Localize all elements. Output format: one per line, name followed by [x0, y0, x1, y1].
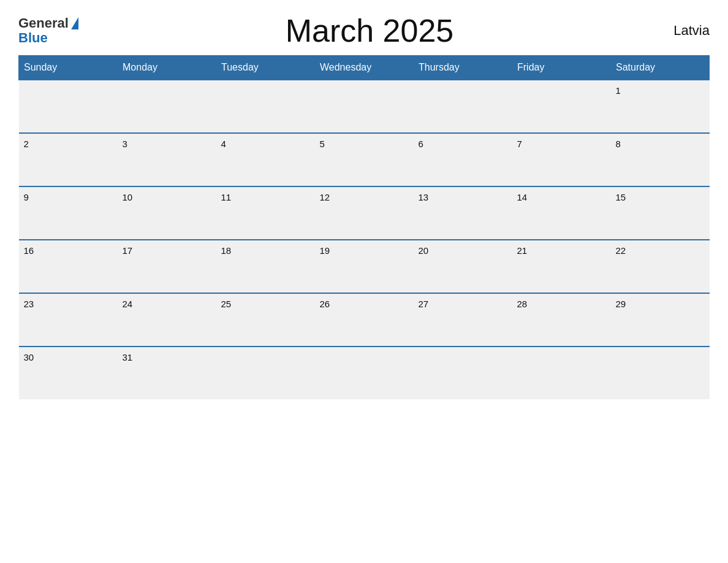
calendar-day-empty [118, 80, 216, 133]
calendar-week-row: 9101112131415 [19, 186, 710, 240]
day-number: 15 [616, 192, 626, 202]
day-number: 13 [419, 192, 429, 202]
calendar-day-15: 15 [611, 186, 710, 240]
calendar-day-18: 18 [216, 240, 315, 293]
day-number: 20 [419, 245, 429, 256]
country-label: Latvia [661, 23, 710, 39]
calendar-week-row: 16171819202122 [19, 240, 710, 293]
calendar-title: March 2025 [78, 12, 661, 49]
calendar-day-25: 25 [216, 293, 315, 347]
calendar-day-3: 3 [118, 133, 216, 186]
calendar-day-7: 7 [512, 133, 611, 186]
calendar-day-empty [216, 347, 315, 399]
logo: General Blue [18, 16, 78, 45]
day-number: 11 [221, 192, 232, 202]
weekday-header-monday: Monday [118, 56, 216, 80]
weekday-header-thursday: Thursday [414, 56, 512, 80]
day-number: 16 [24, 245, 34, 256]
calendar-day-empty [512, 347, 611, 399]
calendar-day-5: 5 [315, 133, 414, 186]
calendar-day-24: 24 [118, 293, 216, 347]
day-number: 17 [123, 245, 133, 256]
calendar-day-empty [611, 347, 710, 399]
calendar-header: SundayMondayTuesdayWednesdayThursdayFrid… [19, 56, 710, 80]
calendar-day-2: 2 [19, 133, 118, 186]
day-number: 27 [419, 299, 429, 309]
day-number: 7 [517, 139, 522, 149]
day-number: 30 [24, 352, 34, 362]
day-number: 29 [616, 299, 626, 309]
day-number: 18 [221, 245, 232, 256]
day-number: 6 [419, 139, 423, 149]
day-number: 4 [221, 139, 226, 149]
calendar-day-28: 28 [512, 293, 611, 347]
day-number: 31 [123, 352, 133, 362]
day-number: 10 [123, 192, 133, 202]
calendar-week-row: 23242526272829 [19, 293, 710, 347]
logo-general-text: General [18, 16, 69, 31]
logo-triangle-icon [71, 17, 78, 29]
day-number: 14 [517, 192, 528, 202]
weekday-header-sunday: Sunday [19, 56, 118, 80]
calendar-day-14: 14 [512, 186, 611, 240]
calendar-week-row: 1 [19, 80, 710, 133]
day-number: 5 [320, 139, 325, 149]
calendar-day-23: 23 [19, 293, 118, 347]
day-number: 24 [123, 299, 133, 309]
calendar-day-empty [414, 347, 512, 399]
calendar-day-1: 1 [611, 80, 710, 133]
calendar-week-row: 3031 [19, 347, 710, 399]
day-number: 28 [517, 299, 528, 309]
calendar-day-empty [19, 80, 118, 133]
calendar-day-19: 19 [315, 240, 414, 293]
day-number: 25 [221, 299, 232, 309]
logo-blue-text: Blue [18, 31, 48, 45]
calendar-day-8: 8 [611, 133, 710, 186]
weekday-header-saturday: Saturday [611, 56, 710, 80]
calendar-day-empty [315, 80, 414, 133]
weekday-header-row: SundayMondayTuesdayWednesdayThursdayFrid… [19, 56, 710, 80]
day-number: 23 [24, 299, 34, 309]
day-number: 1 [616, 85, 621, 96]
day-number: 21 [517, 245, 528, 256]
calendar-body: 1234567891011121314151617181920212223242… [19, 80, 710, 399]
weekday-header-tuesday: Tuesday [216, 56, 315, 80]
calendar-day-17: 17 [118, 240, 216, 293]
day-number: 26 [320, 299, 330, 309]
weekday-header-wednesday: Wednesday [315, 56, 414, 80]
calendar-day-13: 13 [414, 186, 512, 240]
day-number: 9 [24, 192, 29, 202]
calendar-day-4: 4 [216, 133, 315, 186]
calendar-day-12: 12 [315, 186, 414, 240]
calendar-day-20: 20 [414, 240, 512, 293]
page-header: General Blue March 2025 Latvia [18, 12, 710, 49]
calendar-day-6: 6 [414, 133, 512, 186]
calendar-day-31: 31 [118, 347, 216, 399]
weekday-header-friday: Friday [512, 56, 611, 80]
calendar-day-11: 11 [216, 186, 315, 240]
calendar-week-row: 2345678 [19, 133, 710, 186]
calendar-day-10: 10 [118, 186, 216, 240]
day-number: 12 [320, 192, 330, 202]
calendar-table: SundayMondayTuesdayWednesdayThursdayFrid… [18, 55, 710, 399]
calendar-day-empty [512, 80, 611, 133]
calendar-day-9: 9 [19, 186, 118, 240]
calendar-day-27: 27 [414, 293, 512, 347]
day-number: 8 [616, 139, 621, 149]
calendar-day-empty [315, 347, 414, 399]
calendar-day-empty [216, 80, 315, 133]
calendar-day-16: 16 [19, 240, 118, 293]
calendar-day-22: 22 [611, 240, 710, 293]
day-number: 19 [320, 245, 330, 256]
day-number: 3 [123, 139, 127, 149]
calendar-day-empty [414, 80, 512, 133]
calendar-day-26: 26 [315, 293, 414, 347]
calendar-day-29: 29 [611, 293, 710, 347]
day-number: 22 [616, 245, 626, 256]
calendar-day-21: 21 [512, 240, 611, 293]
calendar-day-30: 30 [19, 347, 118, 399]
day-number: 2 [24, 139, 29, 149]
